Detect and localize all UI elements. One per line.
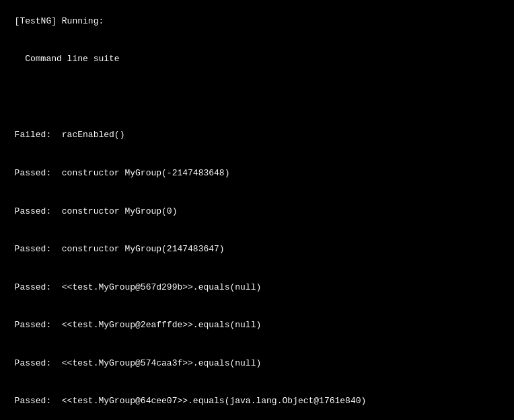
terminal-line-4: Passed: constructor MyGroup(2147483647) <box>15 244 225 254</box>
terminal-line-6: Passed: <<test.MyGroup@2eafffde>>.equals… <box>15 320 262 330</box>
terminal-line-2: Passed: constructor MyGroup(-2147483648) <box>15 168 230 178</box>
terminal-line-7: Passed: <<test.MyGroup@574caa3f>>.equals… <box>15 358 262 368</box>
terminal-line-blank1 <box>15 92 20 102</box>
terminal-window: [TestNG] Running: Command line suite Fai… <box>4 3 510 420</box>
terminal-line-3: Passed: constructor MyGroup(0) <box>15 206 178 216</box>
terminal-line-5: Passed: <<test.MyGroup@567d299b>>.equals… <box>15 282 262 292</box>
terminal-line-header2: Command line suite <box>15 54 120 64</box>
terminal-line-1: Failed: racEnabled() <box>15 130 125 140</box>
terminal-line-header1: [TestNG] Running: <box>15 16 104 26</box>
terminal-line-8: Passed: <<test.MyGroup@64cee07>>.equals(… <box>15 396 367 406</box>
